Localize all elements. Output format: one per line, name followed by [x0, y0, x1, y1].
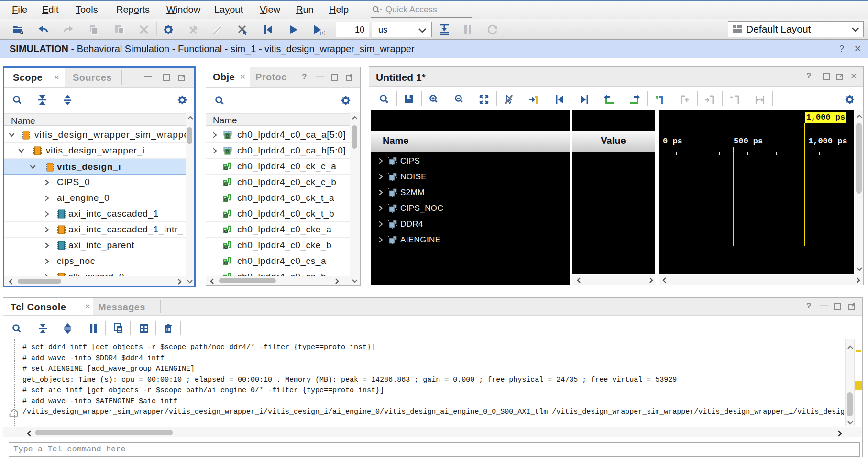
svg-text:(T): (T)	[320, 31, 325, 35]
